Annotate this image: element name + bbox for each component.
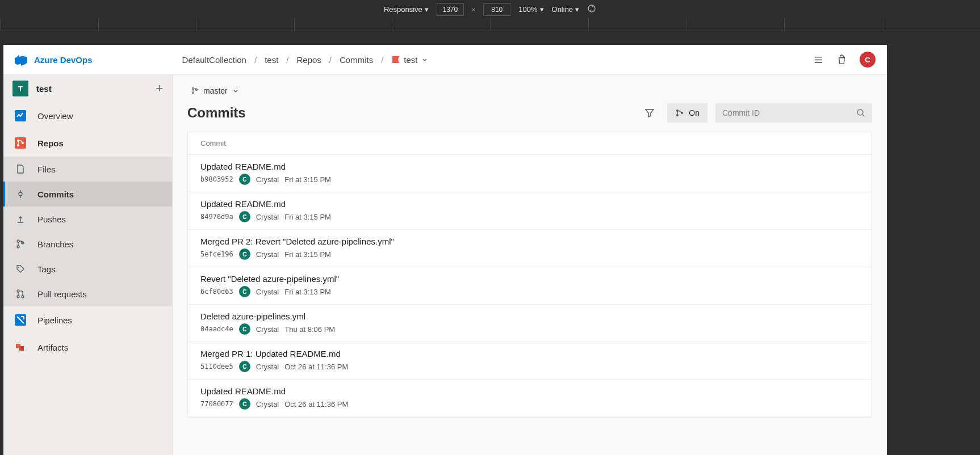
throttle-dropdown[interactable]: Online ▾ <box>552 5 580 14</box>
breadcrumb-separator: / <box>378 55 387 65</box>
width-input[interactable] <box>437 3 464 16</box>
commit-date: Thu at 8:06 PM <box>284 325 335 334</box>
breadcrumb-separator: / <box>251 55 260 65</box>
commit-row[interactable]: Updated README.md77080077CCrystalOct 26 … <box>188 380 872 417</box>
branch-selector[interactable]: master <box>187 84 242 98</box>
author-avatar: C <box>239 286 250 297</box>
filter-icon <box>644 108 655 118</box>
sidebar-item-label: Pushes <box>37 214 66 224</box>
commit-row[interactable]: Deleted azure-pipelines.yml04aadc4eCCrys… <box>188 305 872 342</box>
svg-point-10 <box>18 267 19 268</box>
graph-icon <box>675 108 684 117</box>
svg-point-21 <box>676 114 679 116</box>
devtools-ruler <box>0 19 980 31</box>
app-window: Azure DevOps DefaultCollection / test / … <box>3 45 887 455</box>
rotate-icon[interactable] <box>587 4 596 15</box>
repos-icon <box>14 136 27 150</box>
shopping-bag-icon[interactable] <box>836 54 847 65</box>
repo-icon <box>391 55 400 64</box>
sidebar-item-repos[interactable]: Repos <box>3 129 172 157</box>
commit-meta: 84976d9aCCrystalFri at 3:15 PM <box>200 211 859 222</box>
list-icon[interactable] <box>813 54 824 65</box>
project-header[interactable]: T test + <box>3 75 172 102</box>
commit-meta: 5efce196CCrystalFri at 3:15 PM <box>200 248 859 260</box>
breadcrumb-separator: / <box>283 55 292 65</box>
height-input[interactable] <box>483 3 510 16</box>
sidebar-item-label: Tags <box>37 264 56 274</box>
commit-title: Deleted azure-pipelines.yml <box>200 311 859 321</box>
sidebar-sub-pullrequests[interactable]: Pull requests <box>3 281 172 306</box>
avatar-letter: C <box>865 56 870 64</box>
filter-button[interactable] <box>640 103 659 123</box>
branch-icon <box>191 87 199 95</box>
sidebar-sub-commits[interactable]: Commits <box>3 182 172 207</box>
dimension-separator: × <box>472 6 475 13</box>
commit-row[interactable]: Merged PR 2: Revert "Deleted azure-pipel… <box>188 230 872 267</box>
sidebar-item-pipelines[interactable]: Pipelines <box>3 306 172 334</box>
branch-icon <box>15 239 26 249</box>
commit-row[interactable]: Updated README.mdb9803952CCrystalFri at … <box>188 155 872 192</box>
branch-name: master <box>203 86 228 95</box>
zoom-dropdown[interactable]: 100% ▾ <box>518 5 543 14</box>
commits-header: Commit <box>188 132 872 155</box>
sidebar-sub-tags[interactable]: Tags <box>3 256 172 281</box>
svg-point-13 <box>22 296 24 298</box>
commit-hash: 5efce196 <box>200 250 233 258</box>
sidebar-item-label: Files <box>37 165 56 174</box>
crumb-section[interactable]: Repos <box>292 55 325 65</box>
crumb-repo-dropdown[interactable]: test <box>387 55 432 65</box>
graph-toggle-label: On <box>689 108 700 117</box>
commit-search-input[interactable] <box>722 108 856 117</box>
commit-row[interactable]: Revert "Deleted azure-pipelines.yml"6cf8… <box>188 267 872 305</box>
sidebar: T test + Overview Repos Files Commit <box>3 75 173 455</box>
sidebar-item-label: Branches <box>37 239 73 249</box>
author-avatar: C <box>239 174 250 185</box>
sidebar-sub-pushes[interactable]: Pushes <box>3 207 172 231</box>
commit-row[interactable]: Merged PR 1: Updated README.md5110dee5CC… <box>188 342 872 380</box>
device-mode-dropdown[interactable]: Responsive ▾ <box>384 5 429 14</box>
main-content: master Commits On <box>173 75 887 455</box>
brand-text: Azure DevOps <box>34 55 93 65</box>
commits-card: Commit Updated README.mdb9803952CCrystal… <box>187 132 872 418</box>
pullrequest-icon <box>15 289 26 299</box>
commit-title: Updated README.md <box>200 386 859 396</box>
project-name: test <box>36 84 148 94</box>
author-avatar: C <box>239 398 250 410</box>
sidebar-sub-branches[interactable]: Branches <box>3 231 172 256</box>
commit-hash: 84976d9a <box>200 213 233 221</box>
commit-meta: 04aadc4eCCrystalThu at 8:06 PM <box>200 323 859 335</box>
commit-hash: b9803952 <box>200 175 233 183</box>
project-badge: T <box>12 81 28 96</box>
crumb-collection[interactable]: DefaultCollection <box>178 55 251 65</box>
commit-row[interactable]: Updated README.md84976d9aCCrystalFri at … <box>188 192 872 230</box>
svg-point-3 <box>17 140 19 142</box>
user-avatar[interactable]: C <box>860 52 876 68</box>
commit-author: Crystal <box>256 250 279 259</box>
commit-author: Crystal <box>256 400 279 408</box>
commit-title: Revert "Deleted azure-pipelines.yml" <box>200 274 859 284</box>
sidebar-item-label: Pipelines <box>37 315 72 325</box>
svg-point-0 <box>588 5 595 12</box>
sidebar-sub-files[interactable]: Files <box>3 157 172 182</box>
sidebar-item-artifacts[interactable]: Artifacts <box>3 334 172 361</box>
sidebar-item-label: Artifacts <box>37 343 68 352</box>
azure-devops-icon <box>15 53 27 66</box>
commit-meta: 5110dee5CCrystalOct 26 at 11:36 PM <box>200 361 859 372</box>
crumb-project[interactable]: test <box>260 55 283 65</box>
graph-toggle-button[interactable]: On <box>667 103 707 123</box>
author-avatar: C <box>239 211 250 222</box>
svg-point-18 <box>192 92 194 94</box>
commit-icon <box>15 189 26 199</box>
commit-search[interactable] <box>715 103 872 123</box>
add-button[interactable]: + <box>156 81 163 96</box>
throttle-label: Online <box>552 5 573 14</box>
artifacts-icon <box>14 340 27 354</box>
crumb-subsection[interactable]: Commits <box>335 55 378 65</box>
commit-meta: b9803952CCrystalFri at 3:15 PM <box>200 174 859 185</box>
author-avatar: C <box>239 361 250 372</box>
sidebar-item-label: Pull requests <box>37 289 87 299</box>
brand-logo[interactable]: Azure DevOps <box>15 53 93 66</box>
commit-date: Fri at 3:13 PM <box>284 288 331 296</box>
file-icon <box>15 164 26 174</box>
sidebar-item-overview[interactable]: Overview <box>3 102 172 129</box>
